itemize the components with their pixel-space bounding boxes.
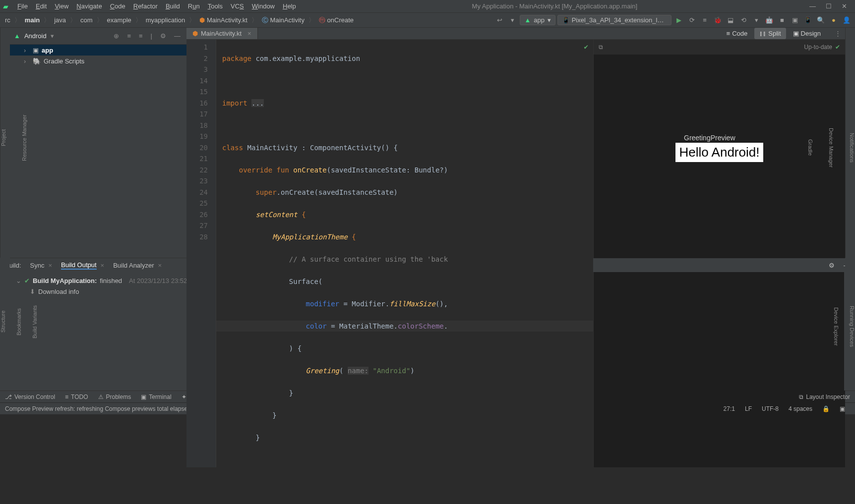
gear-icon[interactable]: ⚙ (829, 262, 835, 269)
nav-back-icon[interactable]: ↩ (494, 15, 505, 26)
device-selector[interactable]: 📱 Pixel_3a_API_34_extension_level_7_... (557, 15, 672, 25)
hide-icon[interactable]: — (172, 32, 183, 40)
crumb[interactable]: ⓜ onCreate (317, 16, 356, 25)
locate-icon[interactable]: ⊕ (112, 32, 121, 40)
chevron-down-icon[interactable]: ⌄ (16, 277, 21, 284)
indent[interactable]: 4 spaces (784, 405, 817, 412)
project-mode[interactable]: Android (24, 32, 47, 40)
lock-icon[interactable]: 🔒 (817, 405, 835, 412)
crumb[interactable]: ⬢ MainActivity.kt (197, 16, 249, 24)
collapse-icon[interactable]: ≡ (137, 32, 145, 40)
crumb[interactable]: Ⓒ MainActivity (260, 16, 306, 25)
crumb[interactable]: com (78, 16, 95, 24)
build-tab-sync[interactable]: Sync (30, 262, 45, 269)
attach-debugger-icon[interactable]: ≡ (699, 15, 710, 26)
run-configuration[interactable]: ▲ app ▾ (520, 15, 555, 25)
rail-build-variants[interactable]: Build Variants (32, 305, 38, 338)
menu-tools[interactable]: Tools (204, 2, 227, 10)
maximize-icon[interactable]: ☐ (826, 2, 832, 10)
menu-refactor[interactable]: Refactor (129, 2, 162, 10)
close-icon[interactable]: × (101, 262, 105, 269)
menu-file[interactable]: File (13, 2, 32, 10)
close-icon[interactable]: × (158, 262, 162, 269)
rail-resource-manager[interactable]: Resource Manager (21, 114, 27, 161)
android-studio-logo: ▰ (3, 2, 8, 10)
close-tab-icon[interactable]: × (247, 30, 251, 37)
more-icon[interactable]: ⋮ (831, 30, 845, 37)
crumb[interactable]: rc (3, 16, 12, 24)
preview-interactive-icon[interactable]: ⧉ (599, 44, 603, 51)
preview-composable-label: GreetingPreview (684, 134, 735, 142)
gradle-icon: 🐘 (33, 57, 41, 65)
menu-code[interactable]: Code (106, 2, 129, 10)
account-icon[interactable]: 👤 (841, 15, 852, 26)
android-profiler-icon[interactable]: 🤖 (764, 15, 775, 26)
tool-layout-inspector[interactable]: ⧉Layout Inspector (799, 393, 850, 400)
rail-gradle[interactable]: Gradle (807, 139, 813, 156)
search-icon[interactable]: 🔍 (815, 15, 826, 26)
code-editor[interactable]: ✔ 123141516171819202122232425262728 pack… (186, 40, 593, 467)
crumb[interactable]: example (105, 16, 133, 24)
build-tab-analyzer[interactable]: Build Analyzer (113, 262, 154, 269)
module-icon: ▣ (33, 47, 39, 54)
tool-version-control[interactable]: ⎇Version Control (5, 393, 55, 400)
dropdown-icon[interactable]: ▾ (507, 15, 518, 26)
menu-build[interactable]: Build (162, 2, 184, 10)
menu-help[interactable]: Help (279, 2, 300, 10)
rail-device-explorer[interactable]: Device Explorer (833, 307, 839, 346)
close-icon[interactable]: ✕ (842, 2, 847, 10)
rail-device-manager[interactable]: Device Manager (828, 128, 834, 168)
crumb[interactable]: java (52, 16, 68, 24)
tool-todo[interactable]: ≡TODO (65, 393, 88, 400)
kotlin-file-icon: ⬢ (192, 30, 198, 37)
project-tree[interactable]: › ▣ app › 🐘 Gradle Scripts (10, 45, 186, 258)
view-tab-split[interactable]: ⫿⫿ Split (754, 28, 786, 39)
menu-navigate[interactable]: Navigate (72, 2, 106, 10)
menu-window[interactable]: Window (248, 2, 279, 10)
view-tab-design[interactable]: ▣ Design (788, 28, 826, 39)
crumb[interactable]: myapplication (144, 16, 187, 24)
dropdown-icon[interactable]: ▾ (751, 15, 762, 26)
view-tab-code[interactable]: ≡ Code (722, 28, 753, 39)
memory-icon[interactable]: ▣ (835, 405, 850, 412)
editor-tab[interactable]: ⬢ MainActivity.kt × (186, 28, 258, 39)
tree-item-app[interactable]: › ▣ app (10, 45, 186, 56)
menu-run[interactable]: Run (184, 2, 204, 10)
download-info[interactable]: Download info (38, 288, 79, 295)
window-title: My Application - MainActivity.kt [My_App… (300, 2, 809, 10)
run-button[interactable]: ▶ (673, 15, 684, 26)
code-content[interactable]: package com.example.myapplication import… (216, 40, 593, 467)
rail-bookmarks[interactable]: Bookmarks (16, 308, 22, 335)
rail-notifications[interactable]: Notifications (849, 133, 855, 163)
coverage-icon[interactable]: ⬓ (725, 15, 736, 26)
menu-edit[interactable]: Edit (32, 2, 51, 10)
build-tab-output[interactable]: Build Output (61, 261, 97, 270)
chevron-down-icon[interactable]: ▾ (51, 32, 54, 40)
crumb[interactable]: main (23, 16, 42, 24)
cursor-position[interactable]: 27:1 (719, 405, 740, 412)
profile-icon[interactable]: ⟲ (738, 15, 749, 26)
menu-view[interactable]: View (51, 2, 72, 10)
close-icon[interactable]: × (48, 262, 52, 269)
minimize-icon[interactable]: — (809, 2, 816, 10)
tree-item-gradle-scripts[interactable]: › 🐘 Gradle Scripts (10, 56, 186, 66)
expand-icon[interactable]: ≡ (125, 32, 133, 40)
rail-structure[interactable]: Structure (0, 311, 6, 333)
updates-icon[interactable]: ● (828, 15, 839, 26)
menu-vcs[interactable]: VCS (227, 2, 248, 10)
sdk-icon[interactable]: 📱 (802, 15, 813, 26)
rail-project[interactable]: Project (0, 129, 6, 146)
gear-icon[interactable]: ⚙ (158, 32, 168, 40)
layout-icon: ⧉ (799, 393, 803, 400)
tool-terminal[interactable]: ▣Terminal (141, 393, 171, 400)
tool-problems[interactable]: ⚠Problems (98, 393, 131, 400)
rail-running-devices[interactable]: Running Devices (849, 306, 855, 347)
stop-icon[interactable]: ■ (777, 15, 788, 26)
insights-icon: ✦ (182, 393, 186, 400)
divider: | (149, 32, 154, 40)
avd-icon[interactable]: ▣ (790, 15, 800, 26)
debug-icon[interactable]: 🐞 (712, 15, 723, 26)
encoding[interactable]: UTF-8 (757, 405, 784, 412)
apply-changes-icon[interactable]: ⟳ (686, 15, 697, 26)
line-separator[interactable]: LF (740, 405, 757, 412)
